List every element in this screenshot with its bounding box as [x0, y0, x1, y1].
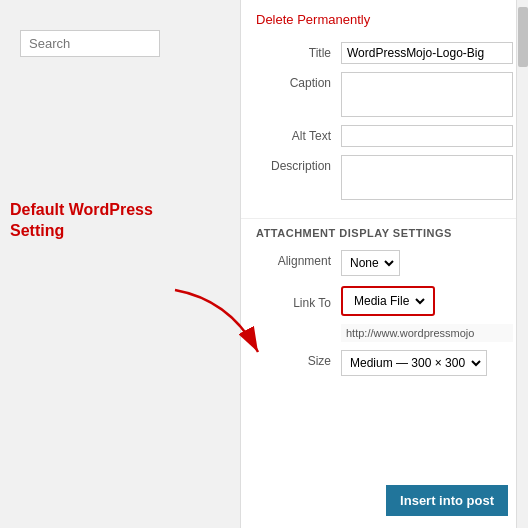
form-section: Title Caption Alt Text Description [241, 37, 528, 218]
url-label [256, 324, 341, 328]
title-label: Title [256, 42, 341, 60]
link-to-select[interactable]: Media File [348, 291, 428, 311]
left-panel: Default WordPress Setting [0, 0, 240, 528]
link-to-row-wrapper: Media File [341, 286, 435, 316]
size-select-wrapper: Medium — 300 × 300 [341, 350, 487, 376]
attachment-form-section: Alignment None Link To Media File [241, 245, 528, 394]
attachment-settings-title: ATTACHMENT DISPLAY SETTINGS [241, 218, 528, 245]
alignment-row: Alignment None [256, 250, 513, 276]
alt-text-row: Alt Text [256, 125, 513, 147]
scrollbar[interactable] [516, 0, 528, 528]
title-row: Title [256, 42, 513, 64]
annotation-text: Default WordPress Setting [10, 200, 160, 242]
delete-permanently-link[interactable]: Delete Permanently [241, 0, 528, 37]
description-label: Description [256, 155, 341, 173]
url-row: http://www.wordpressmojo [256, 324, 513, 342]
caption-textarea[interactable] [341, 72, 513, 117]
size-select[interactable]: Medium — 300 × 300 [344, 353, 484, 373]
main-container: Default WordPress Setting Delete Permane… [0, 0, 528, 528]
link-to-label: Link To [256, 292, 341, 310]
alt-text-label: Alt Text [256, 125, 341, 143]
size-label: Size [256, 350, 341, 368]
right-panel: Delete Permanently Title Caption Alt Tex… [240, 0, 528, 528]
alignment-select-wrapper: None [341, 250, 400, 276]
description-textarea[interactable] [341, 155, 513, 200]
alignment-select[interactable]: None [344, 253, 397, 273]
link-to-container: Link To Media File [256, 284, 513, 318]
caption-row: Caption [256, 72, 513, 117]
insert-into-post-button[interactable]: Insert into post [386, 485, 508, 516]
size-row: Size Medium — 300 × 300 [256, 350, 513, 376]
alt-text-input[interactable] [341, 125, 513, 147]
scrollbar-thumb [518, 7, 528, 67]
search-input[interactable] [20, 30, 160, 57]
link-to-select-wrapper: Media File [348, 291, 428, 311]
caption-label: Caption [256, 72, 341, 90]
description-row: Description [256, 155, 513, 200]
alignment-label: Alignment [256, 250, 341, 268]
annotation-box: Default WordPress Setting [10, 200, 160, 242]
url-display: http://www.wordpressmojo [341, 324, 513, 342]
title-input[interactable] [341, 42, 513, 64]
